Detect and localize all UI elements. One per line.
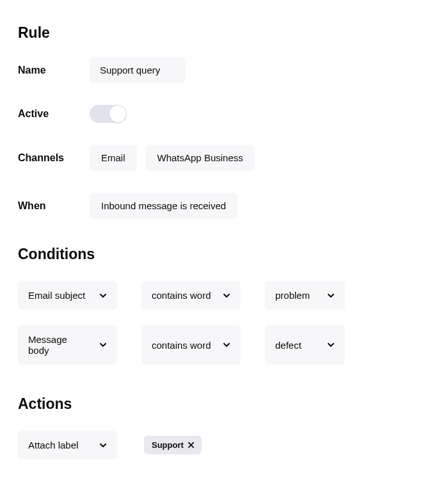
conditions-section: Conditions Email subject contains word p… — [18, 246, 430, 365]
when-label: When — [18, 200, 90, 212]
channel-chip[interactable]: WhatsApp Business — [146, 145, 255, 171]
channels-label: Channels — [18, 152, 90, 164]
chevron-down-icon — [223, 292, 230, 299]
chevron-down-icon — [223, 341, 230, 349]
chevron-down-icon — [327, 292, 335, 299]
condition-row: Message body contains word defect — [18, 325, 430, 365]
condition-field-label: Email subject — [28, 290, 85, 301]
condition-row: Email subject contains word problem — [18, 281, 430, 310]
channels-chip-group: Email WhatsApp Business — [90, 145, 255, 171]
when-row: When Inbound message is received — [18, 193, 430, 219]
action-tag[interactable]: Support — [144, 436, 202, 454]
chevron-down-icon — [99, 441, 107, 449]
toggle-knob — [109, 106, 126, 122]
action-row: Attach label Support — [18, 431, 430, 459]
condition-field-dropdown[interactable]: Email subject — [18, 281, 117, 310]
active-toggle[interactable] — [90, 105, 127, 123]
when-chip[interactable]: Inbound message is received — [90, 193, 237, 219]
condition-field-dropdown[interactable]: Message body — [18, 325, 117, 365]
condition-field-label: Message body — [28, 334, 90, 356]
condition-value-label: problem — [275, 290, 310, 301]
close-icon[interactable] — [188, 442, 194, 448]
action-type-label: Attach label — [28, 440, 78, 450]
name-label: Name — [18, 65, 90, 76]
condition-value-label: defect — [275, 340, 301, 351]
rule-heading: Rule — [18, 24, 430, 42]
actions-heading: Actions — [18, 395, 430, 413]
channel-chip[interactable]: Email — [90, 145, 137, 171]
active-label: Active — [18, 108, 90, 120]
condition-operator-dropdown[interactable]: contains word — [141, 281, 241, 310]
conditions-heading: Conditions — [18, 246, 430, 263]
name-row: Name — [18, 57, 430, 83]
condition-operator-label: contains word — [152, 290, 211, 301]
name-input[interactable] — [90, 57, 186, 83]
chevron-down-icon — [99, 292, 107, 299]
active-row: Active — [18, 105, 430, 123]
condition-operator-dropdown[interactable]: contains word — [141, 325, 241, 365]
actions-section: Actions Attach label Support — [18, 395, 430, 459]
condition-value-dropdown[interactable]: problem — [265, 281, 345, 310]
condition-operator-label: contains word — [152, 340, 211, 351]
channels-row: Channels Email WhatsApp Business — [18, 145, 430, 171]
action-tag-label: Support — [152, 440, 184, 450]
action-type-dropdown[interactable]: Attach label — [18, 431, 117, 459]
chevron-down-icon — [327, 341, 335, 349]
chevron-down-icon — [99, 341, 107, 349]
condition-value-dropdown[interactable]: defect — [265, 325, 345, 365]
